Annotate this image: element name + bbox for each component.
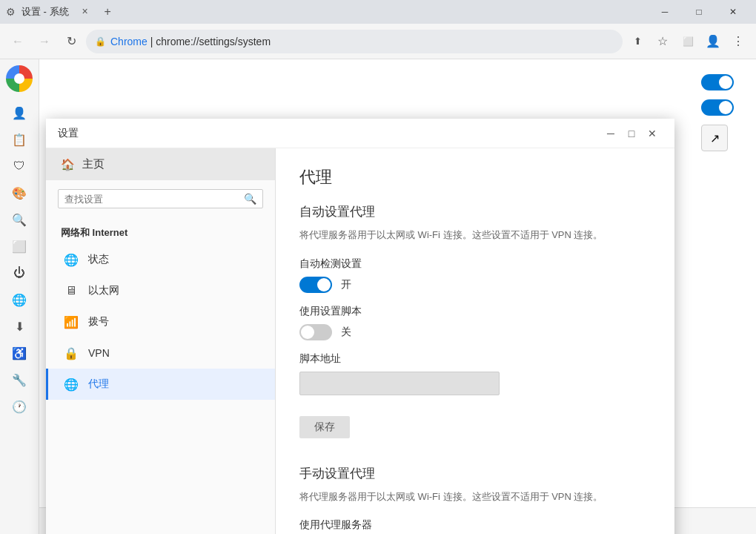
- status-nav-label: 状态: [88, 253, 109, 266]
- bg-toggle-1[interactable]: [701, 74, 734, 90]
- refresh-button[interactable]: ↻: [59, 30, 83, 53]
- ethernet-nav-icon: 🖥: [63, 283, 79, 299]
- auto-detect-toggle-row: 开: [299, 277, 651, 293]
- sidebar-search-icon[interactable]: 🔍: [6, 206, 33, 233]
- settings-minimize-button[interactable]: ─: [600, 123, 621, 144]
- bookmark-button[interactable]: ☆: [651, 30, 674, 53]
- sidebar-accessibility-icon[interactable]: ♿: [6, 340, 33, 366]
- use-script-toggle-row: 关: [299, 324, 651, 340]
- settings-nav-dialup[interactable]: 📶 拨号: [46, 306, 275, 337]
- sidebar-collections-icon[interactable]: ⬜: [6, 233, 33, 260]
- dialup-nav-icon: 📶: [63, 314, 79, 330]
- use-script-toggle[interactable]: [299, 324, 332, 340]
- proxy-nav-label: 代理: [88, 378, 109, 391]
- use-script-setting: 使用设置脚本 关: [299, 305, 651, 340]
- use-proxy-label: 使用代理服务器: [299, 518, 651, 532]
- vpn-nav-label: VPN: [88, 347, 110, 359]
- settings-dialog: 设置 ─ □ ✕ 🏠 主页 🔍: [46, 119, 674, 534]
- browser-content: 👤 📋 🛡 🎨 🔍 ⬜ ⏻ 🌐 ⬇ ♿ 🔧 🕐 ↗: [0, 59, 756, 534]
- use-proxy-setting: 使用代理服务器 关: [299, 518, 651, 534]
- close-window-button[interactable]: ✕: [716, 0, 750, 24]
- settings-maximize-button[interactable]: □: [621, 123, 642, 144]
- proxy-nav-icon: 🌐: [63, 376, 79, 392]
- title-bar: ⚙ 设置 - 系统 × + ─ □ ✕: [0, 0, 756, 24]
- address-text: Chrome | chrome://settings/system: [110, 36, 614, 47]
- settings-nav-proxy[interactable]: 🌐 代理: [46, 369, 275, 400]
- settings-nav-vpn[interactable]: 🔒 VPN: [46, 337, 275, 369]
- sidebar-power-icon[interactable]: ⏻: [6, 260, 33, 286]
- settings-body: 🏠 主页 🔍 网络和 Internet 🌐 状态: [46, 148, 674, 534]
- settings-nav-status[interactable]: 🌐 状态: [46, 244, 275, 275]
- browser-toolbar: ← → ↻ 🔒 Chrome | chrome://settings/syste…: [0, 24, 756, 59]
- settings-nav-ethernet[interactable]: 🖥 以太网: [46, 275, 275, 306]
- back-button[interactable]: ←: [6, 30, 30, 53]
- chrome-sidebar: 👤 📋 🛡 🎨 🔍 ⬜ ⏻ 🌐 ⬇ ♿ 🔧 🕐: [0, 59, 39, 534]
- sidebar-tools-icon[interactable]: 🔧: [6, 366, 33, 393]
- script-address-input[interactable]: [299, 372, 500, 395]
- maximize-button[interactable]: □: [682, 0, 716, 24]
- bg-toggle-2[interactable]: [701, 99, 734, 116]
- settings-home-item[interactable]: 🏠 主页: [46, 148, 275, 180]
- sidebar-profile-icon[interactable]: 👤: [6, 99, 33, 126]
- settings-sidebar: 🏠 主页 🔍 网络和 Internet 🌐 状态: [46, 148, 276, 534]
- sidebar-theme-icon[interactable]: 🎨: [6, 179, 33, 206]
- window-controls: ─ □ ✕: [648, 0, 750, 24]
- script-address-setting: 脚本地址: [299, 352, 651, 404]
- toolbar-right: ⬆ ☆ ⬜ 👤 ⋮: [626, 30, 750, 53]
- sidebar-globe-icon[interactable]: 🌐: [6, 286, 33, 313]
- sidebar-download-icon[interactable]: ⬇: [6, 313, 33, 340]
- script-address-label: 脚本地址: [299, 352, 651, 366]
- menu-button[interactable]: ⋮: [726, 30, 750, 53]
- auto-detect-toggle[interactable]: [299, 277, 332, 293]
- external-link-btn[interactable]: ↗: [701, 125, 728, 151]
- sidebar-shield-icon[interactable]: 🛡: [6, 153, 33, 179]
- proxy-page-title: 代理: [299, 166, 651, 188]
- home-label: 主页: [82, 157, 105, 171]
- save-button[interactable]: 保存: [299, 416, 350, 438]
- share-button[interactable]: ⬆: [626, 30, 649, 53]
- search-submit-icon: 🔍: [244, 193, 256, 205]
- auto-proxy-desc: 将代理服务器用于以太网或 Wi-Fi 连接。这些设置不适用于 VPN 连接。: [299, 228, 651, 243]
- settings-close-button[interactable]: ✕: [642, 123, 663, 144]
- ethernet-nav-label: 以太网: [88, 284, 119, 297]
- manual-proxy-desc: 将代理服务器用于以太网或 Wi-Fi 连接。这些设置不适用于 VPN 连接。: [299, 490, 651, 504]
- manual-proxy-title: 手动设置代理: [299, 465, 651, 482]
- close-tab-button[interactable]: ×: [78, 4, 93, 19]
- profile-button[interactable]: 👤: [701, 30, 725, 53]
- chrome-logo[interactable]: [6, 65, 33, 92]
- settings-section-title: 网络和 Internet: [46, 217, 275, 244]
- sidebar-history-icon[interactable]: 🕐: [6, 393, 33, 420]
- settings-search-input[interactable]: [64, 194, 239, 205]
- tab-title: 设置 - 系统: [21, 5, 69, 19]
- use-script-state: 关: [341, 326, 351, 339]
- background-toggles: ↗: [701, 74, 734, 151]
- vpn-nav-icon: 🔒: [63, 345, 79, 361]
- auto-detect-label: 自动检测设置: [299, 257, 651, 271]
- address-brand: Chrome: [110, 36, 147, 47]
- dialup-nav-label: 拨号: [88, 315, 109, 329]
- status-nav-icon: 🌐: [63, 251, 79, 268]
- auto-detect-state: 开: [341, 278, 351, 291]
- sidebar-notes-icon[interactable]: 📋: [6, 126, 33, 153]
- settings-titlebar: 设置 ─ □ ✕: [46, 119, 674, 148]
- minimize-button[interactable]: ─: [648, 0, 682, 24]
- settings-content: 代理 自动设置代理 将代理服务器用于以太网或 Wi-Fi 连接。这些设置不适用于…: [276, 148, 674, 534]
- use-script-label: 使用设置脚本: [299, 305, 651, 318]
- tab-search-button[interactable]: ⬜: [676, 30, 700, 53]
- forward-button[interactable]: →: [33, 30, 56, 53]
- security-icon: 🔒: [95, 36, 106, 47]
- new-tab-button[interactable]: +: [105, 5, 111, 19]
- settings-search-box: 🔍: [58, 189, 263, 208]
- tab-favicon: ⚙: [6, 6, 16, 18]
- auto-detect-setting: 自动检测设置 开: [299, 257, 651, 293]
- address-url: chrome://settings/system: [156, 36, 271, 47]
- home-icon: 🏠: [61, 158, 75, 171]
- auto-proxy-title: 自动设置代理: [299, 203, 651, 220]
- address-bar[interactable]: 🔒 Chrome | chrome://settings/system: [86, 30, 623, 53]
- settings-dialog-title: 设置: [58, 127, 600, 140]
